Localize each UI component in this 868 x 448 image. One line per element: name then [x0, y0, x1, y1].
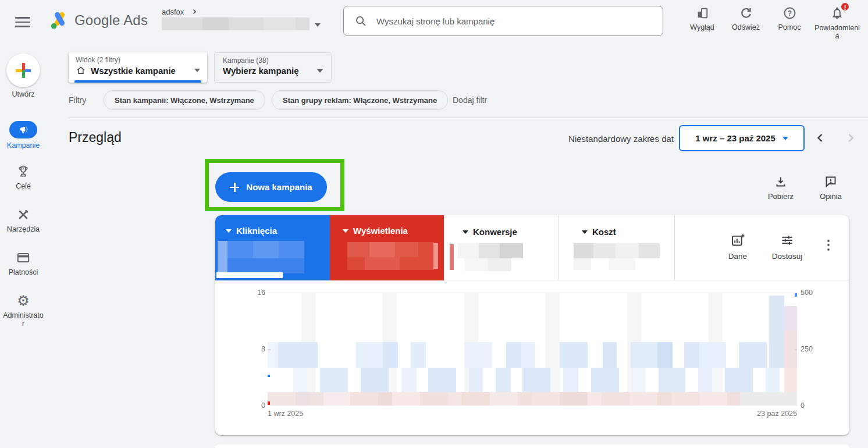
- left-axis-tick-16: 16: [243, 289, 265, 297]
- app-title: Google Ads: [74, 12, 148, 29]
- page-title: Przegląd: [69, 130, 122, 145]
- feedback-icon: [812, 175, 849, 189]
- campaign-selector[interactable]: Kampanie (38) Wybierz kampanię: [214, 52, 332, 83]
- conversions-caret-icon: [463, 230, 468, 234]
- impressions-caret-icon: [343, 229, 348, 233]
- campaign-caret-icon: [317, 69, 323, 73]
- cost-caret-icon: [582, 230, 588, 234]
- appearance-icon: [678, 6, 727, 20]
- metric-tab-clicks[interactable]: Kliknięcia: [215, 215, 330, 280]
- prev-period-button[interactable]: [813, 131, 827, 145]
- metric-tab-conversions[interactable]: Konwersje: [444, 215, 558, 280]
- help-icon: ?: [765, 6, 814, 20]
- right-axis-tick-500: 500: [801, 289, 813, 297]
- timeseries-chart-redacted[interactable]: [268, 293, 797, 406]
- account-caret-icon[interactable]: [315, 23, 321, 27]
- new-campaign-button[interactable]: Nowa kampania: [215, 172, 327, 202]
- bell-icon: !: [830, 6, 845, 21]
- download-button[interactable]: Pobierz: [762, 175, 799, 201]
- clicks-selected-bar: [216, 272, 283, 278]
- plus-icon: [230, 183, 239, 192]
- clicks-value-redacted: [218, 241, 326, 275]
- menu-hamburger-icon[interactable]: [15, 14, 30, 30]
- right-axis-tick-0: 0: [801, 401, 805, 410]
- refresh-icon: [721, 6, 770, 20]
- filters-label: Filtry: [69, 95, 86, 105]
- metric-tab-cost[interactable]: Koszt: [558, 215, 675, 280]
- sidebar-item-tools[interactable]: Narzędzia: [0, 207, 47, 233]
- sidebar-item-billing[interactable]: Płatności: [0, 250, 47, 276]
- notification-badge: !: [840, 2, 850, 12]
- feedback-button[interactable]: Opinia: [812, 175, 849, 201]
- trophy-icon: [0, 164, 47, 179]
- next-card-top-edge: [215, 445, 849, 448]
- campaigns-active-pill: [9, 121, 37, 138]
- date-range-selector[interactable]: 1 wrz – 23 paź 2025: [679, 125, 805, 151]
- x-axis-end-label: 23 paź 2025: [710, 410, 797, 418]
- sidebar-item-campaigns[interactable]: Kampanie: [0, 121, 47, 150]
- search-icon: [354, 15, 367, 27]
- tab-row-border: [444, 280, 849, 280]
- sidebar-item-admin[interactable]: ⚙ Administrator: [0, 293, 47, 328]
- overview-chart-card: Kliknięcia Wyświetlenia Konwersje Koszt: [215, 215, 849, 435]
- filter-chip-campaign-status[interactable]: Stan kampanii: Włączone, Wstrzymane: [104, 90, 265, 110]
- customize-button[interactable]: Dostosuj: [767, 233, 807, 261]
- view-selector[interactable]: Widok (2 filtry) Wszystkie kampanie: [69, 52, 207, 83]
- multicolor-plus-icon: [16, 63, 31, 78]
- add-filter-button[interactable]: Dodaj filtr: [453, 95, 487, 105]
- metric-tab-impressions[interactable]: Wyświetlenia: [330, 215, 444, 280]
- svg-text:?: ?: [787, 9, 791, 17]
- divider: [69, 118, 868, 118]
- next-period-button[interactable]: [844, 131, 858, 145]
- notifications-button[interactable]: ! Powiadomienia: [812, 6, 863, 41]
- right-axis-tick-250: 250: [801, 345, 813, 353]
- view-caret-icon: [194, 69, 200, 72]
- megaphone-icon: [18, 125, 29, 136]
- impressions-value-redacted: [347, 242, 440, 271]
- cost-value-redacted: [574, 243, 661, 271]
- google-ads-app: Google Ads adsfox Wygląd Odśwież: [0, 0, 868, 448]
- google-ads-logo-icon: [49, 9, 70, 31]
- left-axis-tick-0: 0: [243, 401, 265, 410]
- create-button[interactable]: [6, 54, 40, 87]
- more-options-kebab-icon[interactable]: [827, 237, 830, 253]
- sliders-icon: [767, 233, 807, 248]
- breadcrumb-chevron-icon: [191, 8, 198, 15]
- view-selector-underline: [74, 80, 201, 83]
- refresh-button[interactable]: Odśwież: [721, 6, 770, 31]
- breadcrumb-account[interactable]: adsfox: [162, 8, 184, 16]
- credit-card-icon: [0, 250, 47, 265]
- tools-icon: [0, 207, 47, 222]
- home-icon: [76, 65, 86, 76]
- account-name-redacted: [162, 17, 310, 30]
- filter-chip-adgroup-status[interactable]: Stan grupy reklam: Włączone, Wstrzymane: [272, 90, 448, 110]
- clicks-caret-icon: [226, 229, 232, 233]
- gear-icon: ⚙: [0, 293, 47, 308]
- download-icon: [762, 175, 799, 189]
- chart-add-icon: [717, 233, 758, 248]
- left-axis-tick-8: 8: [243, 345, 265, 353]
- sidebar-item-goals[interactable]: Cele: [0, 164, 47, 190]
- search-bar[interactable]: [343, 6, 663, 36]
- help-button[interactable]: ? Pomoc: [765, 6, 814, 31]
- appearance-button[interactable]: Wygląd: [678, 6, 727, 31]
- date-caret-icon: [782, 137, 788, 140]
- date-range-label: Niestandardowy zakres dat: [546, 134, 674, 144]
- data-button[interactable]: Dane: [717, 233, 758, 261]
- chart-tools-panel: Dane Dostosuj: [675, 215, 849, 280]
- search-input[interactable]: [375, 16, 652, 27]
- x-axis-start-label: 1 wrz 2025: [268, 410, 303, 418]
- conversions-value-redacted: [450, 243, 537, 271]
- sidebar-item-create[interactable]: Utwórz: [0, 54, 47, 98]
